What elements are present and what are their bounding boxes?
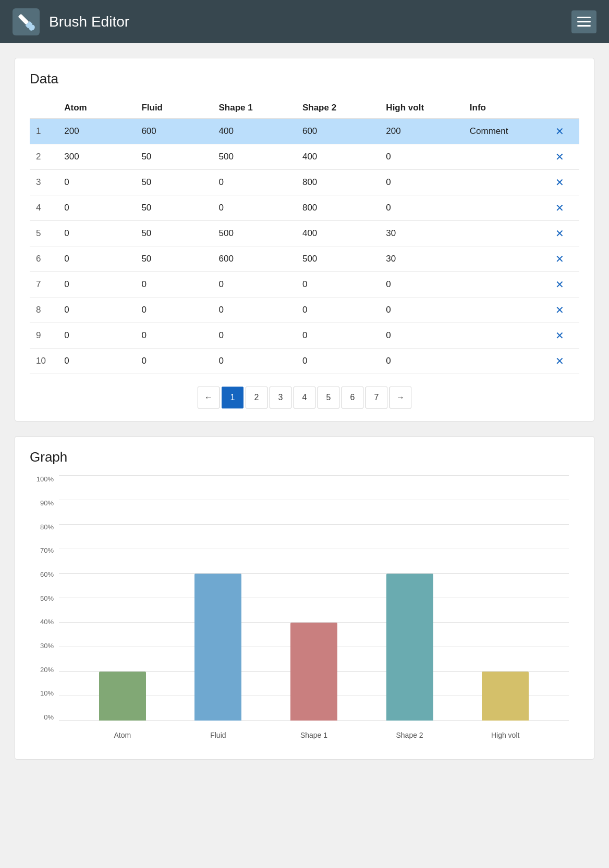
page-4-button[interactable]: 4 <box>294 387 315 408</box>
cell-highvolt: 0 <box>380 349 463 374</box>
delete-row-button[interactable]: ✕ <box>551 124 568 139</box>
cell-fluid: 50 <box>135 246 212 272</box>
delete-row-button[interactable]: ✕ <box>551 175 568 190</box>
delete-row-button[interactable]: ✕ <box>551 252 568 266</box>
chart-bar <box>482 672 529 721</box>
delete-row-button[interactable]: ✕ <box>551 150 568 164</box>
graph-section-title: Graph <box>30 449 579 465</box>
table-row[interactable]: 8 0 0 0 0 0 ✕ <box>30 297 579 323</box>
cell-info <box>464 297 541 323</box>
table-row[interactable]: 1 200 600 400 600 200 Comment ✕ <box>30 119 579 144</box>
cell-shape2: 800 <box>296 170 380 195</box>
cell-num: 6 <box>30 246 58 272</box>
cell-atom: 0 <box>58 349 135 374</box>
cell-shape1: 400 <box>212 119 296 144</box>
y-axis-label: 50% <box>40 595 54 602</box>
cell-highvolt: 30 <box>380 221 463 246</box>
bar-wrapper <box>457 476 553 721</box>
cell-num: 3 <box>30 170 58 195</box>
chart-plot <box>59 476 569 721</box>
cell-info <box>464 221 541 246</box>
cell-fluid: 600 <box>135 119 212 144</box>
x-axis-label: Fluid <box>170 731 266 739</box>
delete-row-button[interactable]: ✕ <box>551 201 568 215</box>
bars-area <box>59 476 569 721</box>
cell-shape1: 0 <box>212 349 296 374</box>
menu-button[interactable] <box>571 10 596 33</box>
cell-fluid: 50 <box>135 144 212 170</box>
cell-delete: ✕ <box>541 170 579 195</box>
cell-shape1: 0 <box>212 195 296 221</box>
y-axis-label: 70% <box>40 547 54 554</box>
cell-shape1: 0 <box>212 297 296 323</box>
table-body: 1 200 600 400 600 200 Comment ✕ 2 300 50… <box>30 119 579 374</box>
delete-row-button[interactable]: ✕ <box>551 328 568 343</box>
cell-shape2: 400 <box>296 221 380 246</box>
cell-num: 8 <box>30 297 58 323</box>
table-row[interactable]: 10 0 0 0 0 0 ✕ <box>30 349 579 374</box>
cell-delete: ✕ <box>541 349 579 374</box>
cell-shape2: 400 <box>296 144 380 170</box>
chart-container: 0%10%20%30%40%50%60%70%80%90%100% AtomFl… <box>30 476 579 747</box>
table-row[interactable]: 5 0 50 500 400 30 ✕ <box>30 221 579 246</box>
table-row[interactable]: 6 0 50 600 500 30 ✕ <box>30 246 579 272</box>
cell-highvolt: 200 <box>380 119 463 144</box>
graph-card: Graph 0%10%20%30%40%50%60%70%80%90%100% … <box>15 436 594 760</box>
cell-fluid: 0 <box>135 297 212 323</box>
table-row[interactable]: 4 0 50 0 800 0 ✕ <box>30 195 579 221</box>
cell-shape2: 0 <box>296 323 380 349</box>
col-header-info: Info <box>464 97 541 119</box>
page-2-button[interactable]: 2 <box>246 387 267 408</box>
cell-info <box>464 144 541 170</box>
y-axis-label: 0% <box>44 714 54 721</box>
chart-bar <box>99 672 146 721</box>
bar-wrapper <box>266 476 362 721</box>
cell-shape2: 0 <box>296 297 380 323</box>
bar-wrapper <box>170 476 266 721</box>
page-5-button[interactable]: 5 <box>318 387 339 408</box>
cell-delete: ✕ <box>541 221 579 246</box>
table-row[interactable]: 9 0 0 0 0 0 ✕ <box>30 323 579 349</box>
col-header-shape1: Shape 1 <box>212 97 296 119</box>
data-section-title: Data <box>30 71 579 87</box>
col-header-fluid: Fluid <box>135 97 212 119</box>
cell-delete: ✕ <box>541 246 579 272</box>
page-7-button[interactable]: 7 <box>366 387 387 408</box>
cell-delete: ✕ <box>541 272 579 297</box>
col-header-num <box>30 97 58 119</box>
data-card: Data Atom Fluid Shape 1 Shape 2 High vol… <box>15 58 594 421</box>
table-row[interactable]: 3 0 50 0 800 0 ✕ <box>30 170 579 195</box>
cell-num: 2 <box>30 144 58 170</box>
cell-num: 1 <box>30 119 58 144</box>
app-header: Brush Editor <box>0 0 609 43</box>
chart-bar <box>290 623 337 721</box>
y-axis-label: 40% <box>40 618 54 625</box>
x-axis-label: High volt <box>457 731 553 739</box>
cell-atom: 0 <box>58 195 135 221</box>
cell-info <box>464 195 541 221</box>
table-row[interactable]: 7 0 0 0 0 0 ✕ <box>30 272 579 297</box>
delete-row-button[interactable]: ✕ <box>551 277 568 292</box>
col-header-highvolt: High volt <box>380 97 463 119</box>
cell-atom: 0 <box>58 221 135 246</box>
pagination: ← 1 2 3 4 5 6 7 → <box>30 387 579 408</box>
table-row[interactable]: 2 300 50 500 400 0 ✕ <box>30 144 579 170</box>
cell-highvolt: 0 <box>380 323 463 349</box>
page-prev-button[interactable]: ← <box>198 387 220 408</box>
app-title: Brush Editor <box>49 14 129 30</box>
page-3-button[interactable]: 3 <box>270 387 291 408</box>
delete-row-button[interactable]: ✕ <box>551 226 568 241</box>
cell-atom: 0 <box>58 246 135 272</box>
page-6-button[interactable]: 6 <box>342 387 363 408</box>
cell-shape1: 0 <box>212 323 296 349</box>
y-axis-label: 20% <box>40 666 54 673</box>
page-next-button[interactable]: → <box>389 387 411 408</box>
cell-delete: ✕ <box>541 297 579 323</box>
delete-row-button[interactable]: ✕ <box>551 354 568 368</box>
cell-delete: ✕ <box>541 195 579 221</box>
y-axis-label: 10% <box>40 690 54 697</box>
page-1-button[interactable]: 1 <box>222 387 243 408</box>
cell-delete: ✕ <box>541 323 579 349</box>
menu-line-3 <box>577 25 591 27</box>
delete-row-button[interactable]: ✕ <box>551 303 568 317</box>
